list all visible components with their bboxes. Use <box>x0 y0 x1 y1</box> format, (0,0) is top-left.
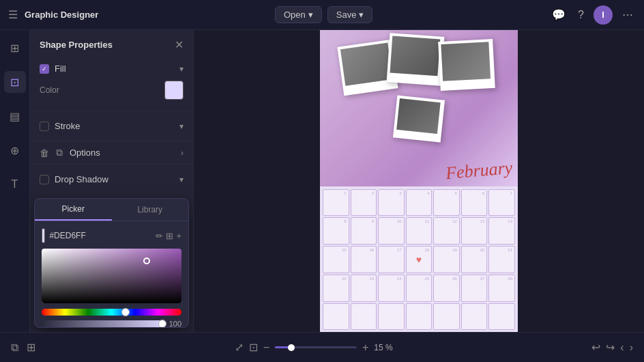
drop-shadow-checkbox[interactable] <box>40 175 49 184</box>
fill-checkbox[interactable]: ✓ <box>40 64 49 74</box>
panel-close-button[interactable]: ✕ <box>175 38 184 51</box>
options-row: 🗑 ⧉ Options › <box>30 141 193 165</box>
table-row <box>488 303 515 331</box>
table-row: 27 <box>461 275 488 302</box>
alpha-slider-row: 100 <box>42 320 181 328</box>
table-row: 1 <box>323 189 349 217</box>
drop-shadow-label: Drop Shadow <box>55 174 108 184</box>
photo-frame-2 <box>387 33 445 85</box>
avatar[interactable]: I <box>594 5 613 25</box>
topbar-right: 💬 ? I ⋯ <box>549 5 636 25</box>
undo-button[interactable]: ↪ <box>606 341 615 354</box>
table-row: 24 <box>378 275 405 302</box>
stroke-section: Stroke ▾ <box>30 111 193 141</box>
fill-chevron[interactable]: ▾ <box>179 64 184 74</box>
zoom-in-button[interactable]: + <box>362 342 368 354</box>
prev-button[interactable]: ‹ <box>620 342 624 354</box>
menu-button[interactable]: ☰ <box>8 8 18 21</box>
photo-inner-3 <box>441 42 491 81</box>
layers-toggle-button[interactable]: ⧉ <box>11 342 18 354</box>
help-button[interactable]: ? <box>575 6 587 24</box>
table-row: 19 <box>433 246 460 273</box>
sidebar-item-grid[interactable]: ▤ <box>4 105 26 127</box>
open-chevron: ▾ <box>308 10 313 20</box>
duplicate-button[interactable]: ⧉ <box>56 147 63 158</box>
drop-shadow-chevron[interactable]: ▾ <box>179 175 184 184</box>
sidebar-item-layers[interactable]: ⊞ <box>4 37 26 59</box>
gradient-canvas[interactable] <box>42 249 181 303</box>
options-label: Options <box>70 148 174 158</box>
table-row: 6 <box>461 189 488 217</box>
delete-button[interactable]: 🗑 <box>40 148 49 158</box>
picker-tab-library[interactable]: Library <box>112 199 189 221</box>
sidebar-item-properties[interactable]: ⊡ <box>4 71 26 93</box>
stroke-chevron[interactable]: ▾ <box>179 122 184 131</box>
table-row: 22 <box>323 275 349 302</box>
next-button[interactable]: › <box>630 342 633 354</box>
february-text: February <box>445 157 513 183</box>
picker-tab-picker[interactable]: Picker <box>35 199 112 221</box>
drop-shadow-section: Drop Shadow ▾ <box>30 165 193 194</box>
table-row: 3 <box>378 189 405 217</box>
color-swatch[interactable] <box>164 81 184 100</box>
table-row: 11 <box>406 217 433 245</box>
hex-actions: ✏ ⊞ + <box>156 231 181 241</box>
canvas-area[interactable]: February 1 2 3 4 5 6 7 8 9 10 11 12 <box>194 30 644 332</box>
hex-row: ✏ ⊞ + <box>42 228 181 243</box>
hue-thumb <box>121 308 130 316</box>
table-row-heart: 18 <box>406 246 433 273</box>
grid-toggle-button[interactable]: ⊞ <box>27 341 35 354</box>
table-row: 12 <box>433 217 460 245</box>
panel-title: Shape Properties <box>40 40 113 50</box>
color-label: Color <box>40 85 59 95</box>
eyedropper-button[interactable]: ✏ <box>156 231 163 241</box>
table-row: 17 <box>378 246 405 273</box>
table-row: 8 <box>323 217 349 245</box>
add-color-button[interactable]: + <box>176 231 181 241</box>
zoom-thumb <box>288 344 295 351</box>
main-area: ⊞ ⊡ ▤ ⊕ T Shape Properties ✕ ✓ Fill ▾ Co… <box>0 30 644 332</box>
hex-input[interactable] <box>49 231 151 240</box>
photo-inner-4 <box>396 98 440 133</box>
zoom-percent: 15 % <box>374 343 392 352</box>
alpha-slider[interactable] <box>42 320 165 327</box>
bottom-right: ↩ ↪ ‹ › <box>591 341 633 354</box>
bottom-center: ⤢ ⊡ − + 15 % <box>235 341 393 354</box>
arrange-button[interactable]: ⊡ <box>249 341 258 354</box>
bottom-left: ⧉ ⊞ <box>11 341 35 354</box>
fill-section: ✓ Fill ▾ Color <box>30 59 193 111</box>
picker-body: ✏ ⊞ + <box>35 221 188 328</box>
icon-sidebar: ⊞ ⊡ ▤ ⊕ T <box>0 30 30 332</box>
sidebar-item-text[interactable]: T <box>4 173 26 195</box>
zoom-slider[interactable] <box>275 346 357 348</box>
photo-inner-2 <box>390 36 441 76</box>
stroke-row-left: Stroke <box>40 121 80 131</box>
table-row <box>406 303 433 331</box>
calendar-area: 1 2 3 4 5 6 7 8 9 10 11 12 13 14 15 16 1 <box>320 186 518 333</box>
comment-button[interactable]: 💬 <box>549 5 568 24</box>
expand-button[interactable]: ⋯ <box>619 5 636 24</box>
hex-swatch <box>42 228 45 243</box>
topbar-center: Open ▾ Save ▾ <box>275 6 372 23</box>
fit-button[interactable]: ⤢ <box>235 341 244 354</box>
hue-slider-row <box>42 309 181 316</box>
zoom-out-button[interactable]: − <box>263 342 269 354</box>
history-button[interactable]: ↩ <box>591 341 600 354</box>
grid-button[interactable]: ⊞ <box>166 231 173 241</box>
sidebar-item-elements[interactable]: ⊕ <box>4 139 26 161</box>
table-row: 13 <box>461 217 488 245</box>
table-row: 28 <box>488 275 515 302</box>
hue-slider[interactable] <box>42 309 181 316</box>
table-row: 26 <box>433 275 460 302</box>
color-picker-popup: Picker Library ✏ ⊞ + <box>34 198 189 328</box>
topbar: ☰ Graphic Designer Open ▾ Save ▾ 💬 ? I ⋯ <box>0 0 644 30</box>
table-row <box>378 303 405 331</box>
stroke-checkbox[interactable] <box>40 122 49 131</box>
open-button[interactable]: Open ▾ <box>275 6 322 23</box>
options-arrow-icon: › <box>181 148 184 158</box>
fill-row: ✓ Fill ▾ <box>30 59 193 78</box>
save-button[interactable]: Save ▾ <box>327 6 373 23</box>
table-row: 9 <box>351 217 377 245</box>
alpha-thumb <box>158 320 166 328</box>
table-row: 7 <box>488 189 515 217</box>
